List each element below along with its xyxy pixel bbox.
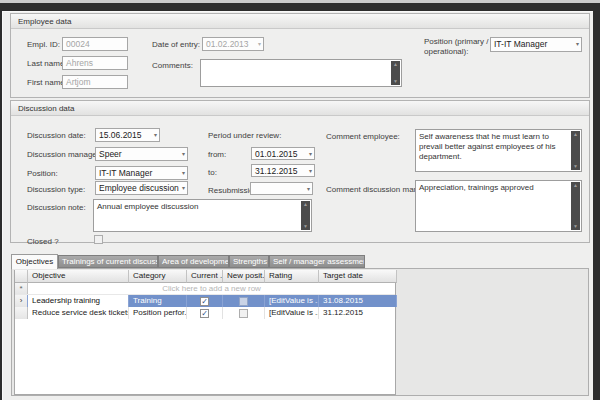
tab-trainings[interactable]: Trainings of current discussion (58, 255, 158, 268)
dropdown-arrow-icon: ▾ (258, 40, 261, 48)
scroll-up-icon: ▲ (573, 182, 578, 189)
discussion-date-dropdown[interactable]: 15.06.2015▾ (95, 128, 160, 142)
discussion-note-textarea[interactable]: Annual employee discussion ▲ ▼ (93, 199, 312, 232)
cell-rating[interactable]: [EditValue is ... (265, 295, 319, 307)
cell-current-position[interactable]: ✓ (187, 307, 223, 319)
discussion-position-dropdown[interactable]: IT-IT Manager▾ (95, 166, 188, 180)
closed-label: Closed ? (27, 237, 59, 246)
cell-objective[interactable]: Reduce service desk tickets (28, 307, 129, 319)
dropdown-arrow-icon: ▾ (154, 131, 157, 139)
to-label: to: (208, 168, 217, 177)
tab-objectives[interactable]: Objectives (11, 254, 58, 269)
scroll-down-icon: ▼ (303, 223, 308, 230)
from-label: from: (208, 150, 226, 159)
discussion-manager-label: Discussion manager: (27, 150, 102, 159)
last-name-label: Last name: (27, 59, 67, 68)
empl-id-label: Empl. ID: (27, 40, 60, 49)
discussion-type-dropdown[interactable]: Employee discussion▾ (95, 181, 188, 195)
current-checkbox[interactable]: ✓ (200, 309, 209, 318)
new-position-checkbox[interactable] (239, 297, 248, 306)
dropdown-arrow-icon: ▾ (182, 184, 185, 192)
dropdown-arrow-icon: ▾ (576, 40, 579, 48)
table-row[interactable]: › Leadership training Training ✓ [EditVa… (15, 295, 395, 307)
comment-employee-label: Comment employee: (326, 132, 400, 141)
current-checkbox[interactable]: ✓ (200, 297, 209, 306)
new-row-indicator-icon: * (15, 283, 28, 294)
discussion-group-title: Discussion data (11, 101, 589, 116)
discussion-manager-dropdown[interactable]: Speer▾ (95, 147, 188, 161)
resubmission-dropdown[interactable]: ▾ (250, 182, 313, 195)
discussion-note-scrollbar[interactable]: ▲ ▼ (301, 201, 310, 230)
tab-self-manager-assessment[interactable]: Self / manager assessment (269, 255, 365, 268)
comment-employee-textarea[interactable]: Self awareness that he must learn to pre… (415, 129, 582, 172)
position-primary-label-1: Position (primary / (424, 37, 488, 46)
new-position-checkbox[interactable] (239, 309, 248, 318)
cell-target-date[interactable]: 31.08.2015 (319, 295, 397, 307)
row-indicator (15, 307, 28, 319)
dropdown-arrow-icon: ▾ (182, 169, 185, 177)
closed-checkbox[interactable] (94, 235, 103, 244)
period-from-field[interactable]: 01.01.2015▾ (251, 147, 315, 160)
cell-rating[interactable]: [EditValue is ... (265, 307, 319, 319)
period-to-field[interactable]: 31.12.2015▾ (251, 164, 315, 177)
objectives-grid: Objective Category Current ... New posit… (14, 270, 396, 395)
scroll-up-icon: ▲ (303, 201, 308, 208)
dropdown-arrow-icon: ▾ (309, 167, 312, 175)
last-name-field: Ahrens (62, 56, 128, 70)
app-screen: Employee data Empl. ID: 00024 Last name:… (0, 0, 600, 400)
add-new-row-text: Click here to add a new row (28, 283, 395, 294)
first-name-label: First name: (27, 78, 67, 87)
grid-header-row: Objective Category Current ... New posit… (15, 270, 395, 283)
comment-manager-textarea[interactable]: Appreciation, trainings approved ▲ ▼ (415, 180, 582, 232)
discussion-position-label: Position: (27, 169, 58, 178)
employee-group-title: Employee data (11, 14, 589, 29)
dropdown-arrow-icon: ▾ (307, 185, 310, 193)
cell-new-position[interactable] (223, 295, 265, 307)
scroll-down-icon: ▼ (573, 163, 578, 170)
scroll-down-icon: ▼ (393, 78, 398, 85)
cell-target-date[interactable]: 31.12.2015 (319, 307, 397, 319)
column-header-current[interactable]: Current ... (187, 270, 223, 283)
cell-category[interactable]: Training (129, 295, 187, 307)
table-row[interactable]: Reduce service desk tickets Position per… (15, 307, 395, 319)
position-primary-dropdown[interactable]: IT-IT Manager ▾ (490, 37, 582, 52)
discussion-type-label: Discussion type: (27, 185, 85, 194)
scroll-down-icon: ▼ (573, 223, 578, 230)
empl-id-field: 00024 (62, 37, 128, 51)
column-header-category[interactable]: Category (129, 270, 187, 283)
column-header-new-position[interactable]: New posit... (223, 270, 265, 283)
column-header-target-date[interactable]: Target date (319, 270, 397, 283)
tab-strengths[interactable]: Strengths (229, 255, 269, 268)
discussion-note-label: Discussion note: (27, 203, 86, 212)
comments-label: Comments: (152, 61, 193, 70)
first-name-field: Artjom (62, 75, 128, 89)
grid-add-new-row[interactable]: * Click here to add a new row (15, 283, 395, 295)
cell-category[interactable]: Position perfor... (129, 307, 187, 319)
position-primary-label-2: operational): (424, 47, 468, 56)
column-header-rating[interactable]: Rating (265, 270, 319, 283)
comment-employee-scrollbar[interactable]: ▲ ▼ (571, 131, 580, 170)
discussion-date-label: Discussion date: (27, 131, 86, 140)
comment-manager-scrollbar[interactable]: ▲ ▼ (571, 182, 580, 230)
cell-new-position[interactable] (223, 307, 265, 319)
tab-area-of-development[interactable]: Area of development (158, 255, 229, 268)
grid-indicator-header (15, 270, 28, 283)
frame-top-strip (0, 0, 600, 3)
dropdown-arrow-icon: ▾ (309, 150, 312, 158)
date-of-entry-label: Date of entry: (152, 40, 200, 49)
scroll-up-icon: ▲ (393, 61, 398, 68)
cell-objective[interactable]: Leadership training (28, 295, 129, 307)
column-header-objective[interactable]: Objective (28, 270, 129, 283)
period-under-review-label: Period under review: (208, 131, 281, 140)
comment-manager-label: Comment discussion manage (326, 185, 415, 194)
comments-textarea[interactable]: ▲ ▼ (200, 59, 402, 87)
dropdown-arrow-icon: ▾ (182, 150, 185, 158)
comments-scrollbar[interactable]: ▲ ▼ (391, 61, 400, 85)
current-row-indicator-icon: › (15, 295, 28, 307)
date-of-entry-dropdown: 01.02.2013 ▾ (202, 37, 264, 51)
cell-current-position[interactable]: ✓ (187, 295, 223, 307)
scroll-up-icon: ▲ (573, 131, 578, 138)
